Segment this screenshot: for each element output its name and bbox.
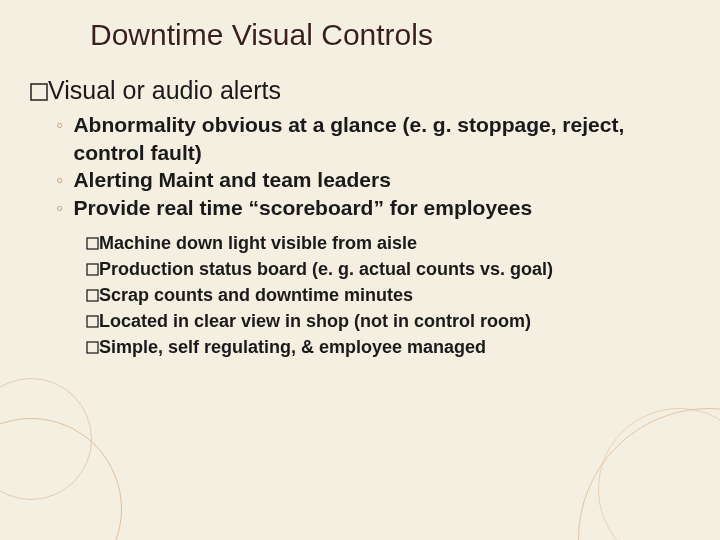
square-bullet-icon	[86, 237, 99, 250]
level2-text: Provide real time “scoreboard” for emplo…	[73, 194, 690, 222]
ring-bullet-icon: ◦	[56, 111, 63, 166]
slide: Downtime Visual Controls Visual or audio…	[0, 0, 720, 540]
level3-text: Simple, self regulating, & employee mana…	[99, 337, 486, 357]
level3-item: Production status board (e. g. actual co…	[86, 256, 690, 282]
ring-bullet-icon: ◦	[56, 194, 63, 222]
svg-rect-0	[31, 84, 47, 100]
level3-item: Located in clear view in shop (not in co…	[86, 308, 690, 334]
level2-text: Abnormality obvious at a glance (e. g. s…	[73, 111, 690, 166]
level3-text: Scrap counts and downtime minutes	[99, 285, 413, 305]
svg-rect-2	[87, 264, 98, 275]
square-bullet-icon	[86, 289, 99, 302]
level1-item: Visual or audio alerts	[30, 76, 690, 105]
level3-item: Simple, self regulating, & employee mana…	[86, 334, 690, 360]
level1-text: Visual or audio alerts	[48, 76, 281, 104]
svg-rect-5	[87, 342, 98, 353]
level3-item: Machine down light visible from aisle	[86, 230, 690, 256]
svg-rect-3	[87, 290, 98, 301]
level2-item: ◦ Alerting Maint and team leaders	[56, 166, 690, 194]
square-bullet-icon	[86, 263, 99, 276]
level2-item: ◦ Provide real time “scoreboard” for emp…	[56, 194, 690, 222]
level3-text: Production status board (e. g. actual co…	[99, 259, 553, 279]
svg-rect-1	[87, 238, 98, 249]
level2-item: ◦ Abnormality obvious at a glance (e. g.…	[56, 111, 690, 166]
level2-list: ◦ Abnormality obvious at a glance (e. g.…	[56, 111, 690, 222]
square-bullet-icon	[86, 315, 99, 328]
square-bullet-icon	[86, 341, 99, 354]
level3-list: Machine down light visible from aisle Pr…	[86, 230, 690, 360]
slide-title: Downtime Visual Controls	[90, 18, 690, 52]
level2-text: Alerting Maint and team leaders	[73, 166, 690, 194]
ring-bullet-icon: ◦	[56, 166, 63, 194]
svg-rect-4	[87, 316, 98, 327]
level3-text: Located in clear view in shop (not in co…	[99, 311, 531, 331]
level3-item: Scrap counts and downtime minutes	[86, 282, 690, 308]
square-bullet-icon	[30, 83, 48, 101]
level3-text: Machine down light visible from aisle	[99, 233, 417, 253]
